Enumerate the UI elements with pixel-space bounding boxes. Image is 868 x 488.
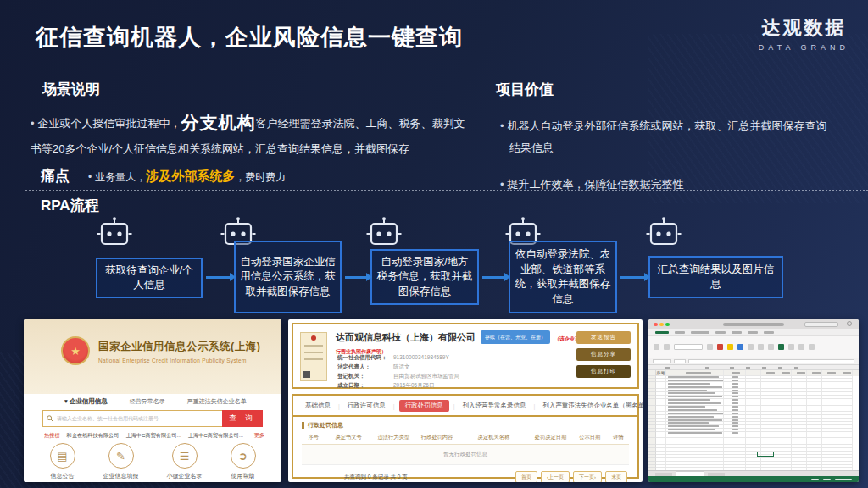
ribbon-control[interactable]	[717, 344, 723, 350]
ribbon-control[interactable]	[809, 344, 815, 350]
minimize-window-icon[interactable]	[659, 323, 664, 327]
tab-abnormal-record[interactable]: 列入经营异常名录信息	[459, 400, 529, 412]
sheet-cell[interactable]	[837, 468, 853, 470]
page-title: 征信查询机器人，企业风险信息一键查询	[36, 22, 463, 53]
license-line	[304, 352, 323, 353]
ribbon-control[interactable]	[768, 344, 774, 350]
tab-admin-license[interactable]: 行政许可信息	[344, 400, 389, 412]
gov-portal-banner: ★ 国家企业信用信息公示系统(上海) National Enterprise C…	[24, 319, 281, 394]
document-icon: ▤	[50, 443, 75, 469]
cell-text-bar	[668, 409, 717, 411]
print-info-button[interactable]: 信息打印	[576, 365, 631, 378]
sheet-cell[interactable]	[656, 468, 666, 470]
tab-blacklist-record[interactable]: 列入严重违法失信企业名单（黑名单）信息	[539, 400, 643, 412]
ribbon-tab[interactable]	[748, 331, 758, 334]
ribbon-tab[interactable]	[732, 331, 742, 334]
company-detail-panel: 基础信息| 行政许可信息| 行政处罚信息| 列入经营异常名录信息| 列入严重违法…	[292, 394, 639, 479]
ribbon-control[interactable]	[778, 344, 784, 350]
search-input[interactable]	[42, 410, 222, 427]
tab-basic-info[interactable]: 基础信息	[302, 400, 334, 412]
sheet-cell[interactable]	[792, 468, 807, 470]
share-icon[interactable]	[847, 321, 852, 326]
ribbon-control[interactable]	[664, 344, 670, 350]
sheet-cell[interactable]	[807, 468, 822, 470]
header-text-bar	[797, 372, 805, 374]
cell-text-bar	[732, 380, 738, 381]
cell-text-bar	[668, 396, 722, 397]
value-text-1: 机器人自动登录外部征信系统或网站，获取、汇总并截图保存查询结果信息	[508, 119, 827, 154]
share-info-button[interactable]: 信息分享	[576, 348, 631, 361]
flow-step-2: 自动登录国家企业信用信息公示系统，获取并截图保存信息	[234, 241, 342, 313]
cell-name-box[interactable]	[653, 359, 671, 363]
sheet-cell[interactable]	[746, 468, 761, 470]
zoom-slider[interactable]	[835, 479, 852, 480]
sheet-cell[interactable]	[724, 468, 746, 470]
prev-page-button[interactable]: ‹上一页	[541, 471, 570, 482]
robot-icon-svg	[95, 216, 134, 252]
ribbon-control[interactable]	[788, 344, 794, 350]
cell-text-bar	[732, 413, 738, 414]
header-text-bar	[812, 372, 821, 374]
ribbon-tab[interactable]	[691, 331, 709, 334]
excel-search-box[interactable]	[804, 322, 838, 327]
header-text-bar	[782, 372, 790, 374]
list-icon: ☰	[172, 443, 198, 469]
ribbon-control[interactable]	[748, 344, 754, 350]
header-text-bar	[732, 372, 740, 374]
ribbon-control[interactable]	[707, 344, 713, 350]
next-page-button[interactable]: 下一页›	[573, 471, 602, 482]
quick-link-announcements[interactable]: ▤ 信息公告	[50, 443, 75, 480]
formula-input[interactable]	[688, 359, 854, 363]
ribbon-control[interactable]	[737, 344, 743, 350]
cell-text-bar	[732, 402, 738, 404]
ribbon-control[interactable]	[727, 344, 733, 350]
sheet-cell[interactable]	[776, 468, 792, 470]
hot-search-item[interactable]: 上海中C商贸有限公司...	[188, 432, 243, 440]
ribbon-tab[interactable]	[764, 331, 774, 334]
first-page-button[interactable]: 首页	[515, 471, 537, 482]
tab-enterprise-credit[interactable]: ▾ 企业信用信息	[64, 397, 108, 406]
cell-text-bar	[668, 376, 719, 378]
quick-link-filing[interactable]: ✎ 企业信息填报	[103, 443, 139, 480]
close-window-icon[interactable]	[654, 323, 658, 327]
fullscreen-window-icon[interactable]	[665, 323, 670, 327]
ribbon-control[interactable]	[758, 344, 764, 350]
bullet-dot: •	[88, 171, 92, 183]
hot-search-item[interactable]: 和金在线科技有限公司	[67, 432, 120, 440]
search-button[interactable]: 查 询	[222, 410, 263, 427]
more-link[interactable]: 更多	[254, 432, 264, 440]
hot-search-item[interactable]: 上海中C商贸有限公司...	[125, 432, 181, 440]
field-row: 登记机关：自由贸易试验区市场监管局	[337, 371, 459, 380]
sheet-row[interactable]	[648, 468, 859, 470]
excel-grid[interactable]: 序号	[648, 370, 859, 470]
cell-text-bar	[668, 422, 709, 424]
tab-blacklist[interactable]: 严重违法失信企业名单	[187, 397, 247, 406]
ribbon-control[interactable]	[798, 344, 804, 350]
cell-text-bar	[732, 392, 738, 394]
ribbon-tab[interactable]	[715, 331, 726, 334]
company-fields: 统一社会信用代码：91310000341984589Y 法定代表人：陈运文 登记…	[337, 352, 459, 390]
fx-icon	[674, 359, 686, 363]
cell-text-bar	[732, 419, 738, 421]
row-number-cell[interactable]	[648, 468, 656, 470]
last-page-button[interactable]: 末页	[605, 471, 627, 482]
cell-text-bar	[668, 406, 705, 408]
quick-link-sme-directory[interactable]: ☰ 小微企业名录	[167, 443, 203, 480]
sheet-cell[interactable]	[666, 468, 724, 470]
sheet-cell[interactable]	[822, 468, 837, 470]
tab-abnormal-list[interactable]: 经营异常名录	[130, 397, 165, 406]
ribbon-tab[interactable]	[675, 331, 685, 334]
company-info-panel: 达而观信息科技（上海）有限公司存续（在营、开业、在册）（该企业正在进行营业执照作…	[292, 323, 639, 389]
excel-ribbon-tabs	[648, 329, 859, 336]
tab-admin-penalty[interactable]: 行政处罚信息	[399, 400, 449, 412]
search-bar: 查 询	[42, 410, 263, 427]
send-report-button[interactable]: 发送报告	[576, 331, 631, 344]
ribbon-tab-home[interactable]	[655, 331, 669, 334]
license-emblem-icon	[311, 336, 316, 341]
quick-link-help[interactable]: ➲ 使用帮助	[231, 443, 256, 480]
empty-table-message: 暂无行政处罚信息	[302, 445, 629, 465]
cell-text-bar	[732, 422, 738, 424]
sheet-cell[interactable]	[761, 468, 776, 470]
ribbon-control[interactable]	[654, 344, 659, 350]
ribbon-control[interactable]	[674, 344, 703, 350]
